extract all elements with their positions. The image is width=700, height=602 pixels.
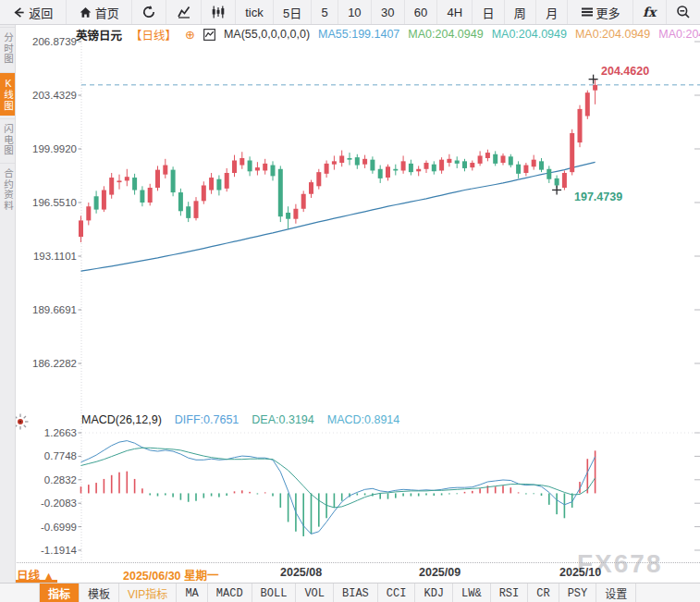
ma-value-2: MA0:204.0949 (492, 28, 567, 41)
indicator-tab-bar: 指标 模板 VIP指标 MA MACD BOLL VOL BIAS CCI KD… (0, 583, 700, 602)
zoom-out-button[interactable] (667, 0, 700, 24)
fx-chart-app: 206.8739203.4329199.9920196.5510193.1101… (0, 0, 700, 602)
period-day-button[interactable]: 日 (473, 0, 504, 24)
sidebar-tab-contract-info[interactable]: 合约资料 (0, 163, 15, 215)
tab-psy[interactable]: PSY (559, 584, 597, 602)
refresh-icon (141, 5, 156, 19)
price-axis-label: 206.8739 (32, 36, 77, 47)
period-tick-button[interactable]: tick (236, 0, 274, 24)
selected-date-label: 2025/06/30 星期一 (123, 566, 219, 584)
period-30min-button[interactable]: 30 (372, 0, 405, 24)
high-price-annotation: 204.4620 (601, 65, 649, 78)
macd-value: MACD:0.8914 (327, 413, 400, 426)
x-axis-label-sep: 2025/09 (419, 566, 461, 579)
ma-value-3: MA0:204.0949 (575, 28, 650, 41)
high-cross-marker (589, 75, 598, 84)
period-60min-button[interactable]: 60 (405, 0, 438, 24)
macd-dea-line (81, 448, 596, 508)
price-axis-label: 193.1101 (33, 251, 77, 262)
tab-boll[interactable]: BOLL (252, 584, 297, 602)
candlestick-chart-canvas[interactable]: 206.8739203.4329199.9920196.5510193.1101… (0, 0, 700, 602)
more-button[interactable]: 更多 (568, 0, 633, 24)
price-axis-label: 189.6691 (32, 304, 77, 315)
zoom-out-icon (676, 5, 691, 19)
add-indicator-icon[interactable]: ⊕ (185, 28, 195, 42)
back-button[interactable]: 返回 (0, 0, 67, 24)
tab-ma[interactable]: MA (177, 584, 207, 602)
tab-rsi[interactable]: RSI (491, 584, 529, 602)
tab-macd[interactable]: MACD (208, 584, 252, 602)
formula-button[interactable]: fx (633, 0, 667, 24)
tab-vol[interactable]: VOL (296, 584, 334, 602)
sidebar-tab-time-chart[interactable]: 分时图 (0, 27, 15, 69)
period-4h-button[interactable]: 4H (437, 0, 473, 24)
ma-indicator-label: MA(55,0,0,0,0,0) (224, 28, 310, 41)
macd-axis-label: -1.1914 (41, 545, 78, 556)
low-cross-marker (552, 185, 561, 194)
price-axis-label: 186.2282 (32, 358, 77, 369)
ma-value-1: MA0:204.0949 (408, 28, 483, 41)
tab-template[interactable]: 模板 (80, 584, 119, 602)
period-tag: 【日线】 (130, 27, 177, 42)
menu-icon (581, 6, 594, 18)
tab-bar-spacer (0, 584, 40, 602)
tab-cr[interactable]: CR (528, 584, 559, 602)
home-button[interactable]: 首页 (67, 0, 133, 24)
tab-vip-indicator[interactable]: VIP指标 (119, 584, 177, 602)
price-axis-label: 199.9920 (32, 143, 77, 154)
more-label: 更多 (596, 4, 620, 21)
mini-candle-icon (203, 29, 215, 41)
period-10min-button[interactable]: 10 (338, 0, 372, 24)
candle-chart-button[interactable] (202, 0, 236, 24)
home-label: 首页 (95, 4, 119, 21)
x-axis-label-aug: 2025/08 (280, 566, 322, 579)
tab-bias[interactable]: BIAS (334, 584, 378, 602)
macd-histogram (80, 450, 596, 536)
period-5min-button[interactable]: 5 (312, 0, 338, 24)
macd-axis-label: -0.6999 (41, 522, 77, 533)
tab-lwr[interactable]: LW& (453, 584, 491, 602)
macd-axis-label: -0.2083 (41, 498, 77, 509)
line-chart-button[interactable] (166, 0, 201, 24)
macd-dea-value: DEA:0.3194 (252, 413, 313, 426)
ma55-value: MA55:199.1407 (318, 28, 399, 41)
price-pane-header: 英镑日元 【日线】 ⊕ MA(55,0,0,0,0,0) MA55:199.14… (76, 27, 700, 42)
macd-diff-line (81, 441, 596, 534)
macd-axis-label: 0.7748 (44, 450, 77, 461)
back-arrow-icon (12, 6, 26, 19)
low-price-annotation: 197.4739 (574, 190, 622, 203)
price-axis-label: 196.5510 (32, 197, 77, 208)
home-icon (79, 6, 92, 19)
sidebar-tab-lightning-chart[interactable]: 闪电图 (0, 118, 15, 161)
tab-kdj[interactable]: KDJ (415, 584, 453, 602)
candle-chart-icon (211, 5, 226, 19)
price-axis-label: 203.4329 (32, 90, 77, 101)
symbol-title: 英镑日元 (76, 27, 122, 42)
chart-type-sidebar: 分时图 K线图 闪电图 合约资料 (0, 24, 16, 602)
line-chart-icon (177, 5, 191, 19)
period-month-button[interactable]: 月 (536, 0, 568, 24)
macd-pane-header: MACD(26,12,9) DIFF:0.7651 DEA:0.3194 MAC… (81, 412, 692, 427)
x-axis-label-oct: 2025/10 (559, 566, 601, 579)
top-toolbar: 返回 首页 tick 5日 5 10 30 60 4H 日 周 月 更多 fx (0, 0, 700, 25)
period-5day-button[interactable]: 5日 (274, 0, 313, 24)
back-label: 返回 (29, 4, 53, 21)
ma-value-4: MA0:204.0949 (658, 28, 700, 41)
macd-axis-label: 1.2663 (44, 427, 77, 438)
refresh-button[interactable] (132, 0, 166, 24)
tab-cci[interactable]: CCI (378, 584, 416, 602)
macd-diff-value: DIFF:0.7651 (175, 413, 239, 426)
tab-settings[interactable]: 设置 (596, 584, 636, 602)
macd-indicator-label: MACD(26,12,9) (81, 413, 162, 426)
macd-axis-label: 0.2832 (44, 474, 77, 485)
period-week-button[interactable]: 周 (505, 0, 536, 24)
tab-indicator[interactable]: 指标 (40, 584, 80, 602)
sidebar-tab-kline-chart[interactable]: K线图 (0, 72, 15, 116)
